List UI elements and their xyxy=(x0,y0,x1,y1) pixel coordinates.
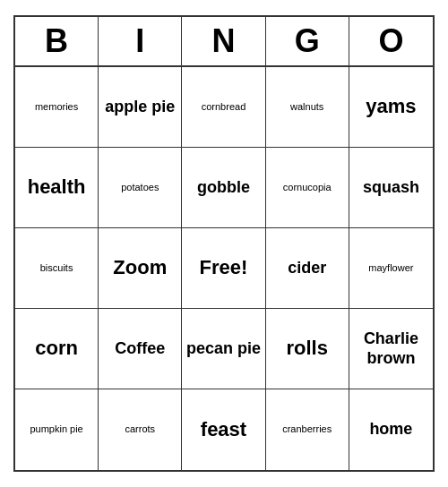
cell-text-18: rolls xyxy=(286,337,327,360)
header-letter-O: O xyxy=(349,17,433,65)
header-letter-N: N xyxy=(182,17,265,65)
bingo-cell-9: squash xyxy=(349,148,433,228)
bingo-cell-4: yams xyxy=(349,67,433,148)
bingo-cell-19: Charlie brown xyxy=(349,309,433,389)
cell-text-24: home xyxy=(369,420,412,440)
cell-text-1: apple pie xyxy=(105,98,175,117)
bingo-cell-20: pumpkin pie xyxy=(15,389,99,470)
cell-text-21: carrots xyxy=(125,423,155,435)
bingo-cell-17: pecan pie xyxy=(182,309,265,389)
bingo-cell-2: cornbread xyxy=(182,67,265,148)
cell-text-13: cider xyxy=(288,259,326,278)
bingo-cell-13: cider xyxy=(266,228,349,309)
bingo-cell-8: cornucopia xyxy=(266,148,349,228)
bingo-cell-5: health xyxy=(15,148,99,228)
bingo-cell-22: feast xyxy=(182,389,265,470)
bingo-cell-14: mayflower xyxy=(349,228,433,309)
cell-text-5: health xyxy=(28,175,86,199)
bingo-cell-1: apple pie xyxy=(99,67,182,148)
header-letter-I: I xyxy=(99,17,182,65)
header-letter-G: G xyxy=(266,17,349,65)
bingo-cell-11: Zoom xyxy=(99,228,182,309)
cell-text-3: walnuts xyxy=(290,101,323,113)
cell-text-11: Zoom xyxy=(113,256,167,279)
cell-text-12: Free! xyxy=(200,256,248,279)
cell-text-8: cornucopia xyxy=(283,182,332,193)
bingo-cell-0: memories xyxy=(15,67,99,148)
cell-text-0: memories xyxy=(35,101,78,113)
bingo-cell-15: corn xyxy=(15,309,99,389)
cell-text-4: yams xyxy=(366,95,416,118)
bingo-header: BINGO xyxy=(15,17,433,67)
cell-text-16: Coffee xyxy=(115,339,165,359)
bingo-cell-7: gobble xyxy=(182,148,265,228)
cell-text-20: pumpkin pie xyxy=(30,423,82,435)
cell-text-17: pecan pie xyxy=(186,339,261,359)
cell-text-22: feast xyxy=(201,418,246,441)
bingo-cell-18: rolls xyxy=(266,309,349,389)
cell-text-15: corn xyxy=(35,337,78,360)
cell-text-7: gobble xyxy=(197,178,250,198)
cell-text-14: mayflower xyxy=(368,262,413,274)
cell-text-6: potatoes xyxy=(121,182,159,193)
cell-text-19: Charlie brown xyxy=(353,329,429,368)
bingo-grid: memoriesapple piecornbreadwalnutsyamshea… xyxy=(15,67,433,470)
bingo-cell-24: home xyxy=(349,389,433,470)
cell-text-9: squash xyxy=(363,178,419,198)
bingo-card: BINGO memoriesapple piecornbreadwalnutsy… xyxy=(13,15,435,472)
header-letter-B: B xyxy=(15,17,99,65)
cell-text-2: cornbread xyxy=(202,101,246,113)
bingo-cell-23: cranberries xyxy=(266,389,349,470)
bingo-cell-16: Coffee xyxy=(99,309,182,389)
cell-text-10: biscuits xyxy=(40,262,73,274)
cell-text-23: cranberries xyxy=(282,423,332,435)
bingo-cell-6: potatoes xyxy=(99,148,182,228)
bingo-cell-21: carrots xyxy=(99,389,182,470)
bingo-cell-10: biscuits xyxy=(15,228,99,309)
bingo-cell-12: Free! xyxy=(182,228,265,309)
bingo-cell-3: walnuts xyxy=(266,67,349,148)
